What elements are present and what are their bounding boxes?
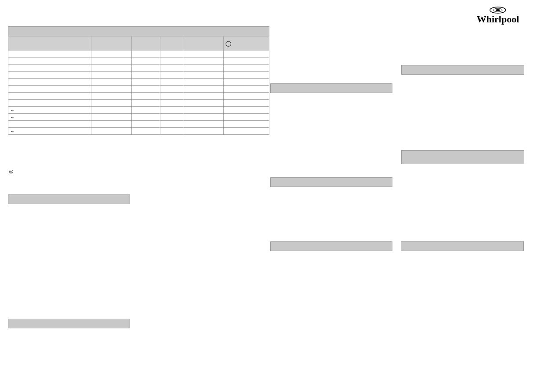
cell	[91, 86, 131, 93]
mid-bar-4	[401, 241, 524, 251]
cell	[183, 79, 223, 86]
arrow-left-icon: ←	[10, 115, 15, 119]
table-row	[8, 58, 269, 65]
clock-icon: ◯	[225, 40, 231, 47]
cell	[160, 128, 183, 135]
cell	[183, 65, 223, 72]
cell	[160, 72, 183, 79]
table-row	[8, 86, 269, 93]
table-section: ◯	[8, 26, 269, 135]
cell	[183, 93, 223, 100]
smiley-icon: ☺	[8, 168, 14, 175]
cell	[91, 93, 131, 100]
svg-text:Whirlpool: Whirlpool	[477, 14, 519, 25]
cell	[131, 65, 160, 72]
cell	[8, 72, 91, 79]
col-header-2	[91, 36, 131, 50]
cell	[91, 121, 131, 128]
whirlpool-logo: Whirlpool	[474, 5, 522, 29]
cell	[160, 100, 183, 107]
cell-arrow: ←	[8, 128, 91, 135]
cell	[91, 58, 131, 65]
cell	[131, 86, 160, 93]
right-bar-2	[401, 150, 524, 164]
cell	[8, 79, 91, 86]
cell	[131, 79, 160, 86]
svg-point-2	[496, 9, 500, 11]
col-header-6: ◯	[223, 36, 269, 50]
cell	[223, 79, 269, 86]
col-header-3	[131, 36, 160, 50]
cell	[131, 121, 160, 128]
cell	[131, 100, 160, 107]
cell	[223, 121, 269, 128]
mid-bar-3	[270, 241, 392, 251]
table-row	[8, 100, 269, 107]
cell	[91, 128, 131, 135]
table-row	[8, 93, 269, 100]
cell	[160, 107, 183, 114]
cell	[223, 65, 269, 72]
cell	[131, 50, 160, 58]
mid-bar-1	[270, 83, 392, 93]
right-bar-1	[401, 65, 524, 75]
cell	[131, 128, 160, 135]
col-header-5	[183, 36, 223, 50]
cell	[91, 114, 131, 121]
cell	[131, 107, 160, 114]
mid-bar-2	[270, 177, 392, 187]
cell	[8, 65, 91, 72]
cell	[8, 50, 91, 58]
table-row	[8, 50, 269, 58]
cell	[91, 107, 131, 114]
cell	[183, 72, 223, 79]
cell	[160, 93, 183, 100]
cell	[223, 86, 269, 93]
cell	[160, 86, 183, 93]
cell	[91, 100, 131, 107]
section-bar-1	[8, 194, 130, 204]
cell	[8, 86, 91, 93]
cell	[223, 128, 269, 135]
cell	[183, 100, 223, 107]
col-header-1	[8, 36, 91, 50]
cell	[223, 50, 269, 58]
arrow-left-icon: ←	[10, 108, 15, 112]
cell	[8, 100, 91, 107]
cell	[223, 100, 269, 107]
cell	[8, 58, 91, 65]
data-table: ◯	[8, 36, 269, 135]
cell	[160, 58, 183, 65]
cell	[8, 121, 91, 128]
cell	[223, 93, 269, 100]
table-header-row: ◯	[8, 36, 269, 50]
table-row: ←	[8, 128, 269, 135]
cell	[131, 58, 160, 65]
cell	[183, 86, 223, 93]
cell	[160, 114, 183, 121]
table-row	[8, 79, 269, 86]
cell	[91, 72, 131, 79]
cell	[183, 50, 223, 58]
cell	[131, 93, 160, 100]
cell	[183, 121, 223, 128]
cell	[183, 58, 223, 65]
table-row	[8, 72, 269, 79]
arrow-left-icon: ←	[10, 129, 15, 133]
cell	[160, 121, 183, 128]
cell	[183, 107, 223, 114]
cell	[131, 114, 160, 121]
cell	[160, 65, 183, 72]
cell	[223, 107, 269, 114]
table-header-bar	[8, 26, 269, 36]
cell	[223, 58, 269, 65]
cell	[91, 65, 131, 72]
cell	[8, 93, 91, 100]
cell	[223, 72, 269, 79]
table-row	[8, 65, 269, 72]
cell	[183, 114, 223, 121]
cell	[223, 114, 269, 121]
cell	[91, 79, 131, 86]
table-row: ←	[8, 107, 269, 114]
cell	[160, 79, 183, 86]
